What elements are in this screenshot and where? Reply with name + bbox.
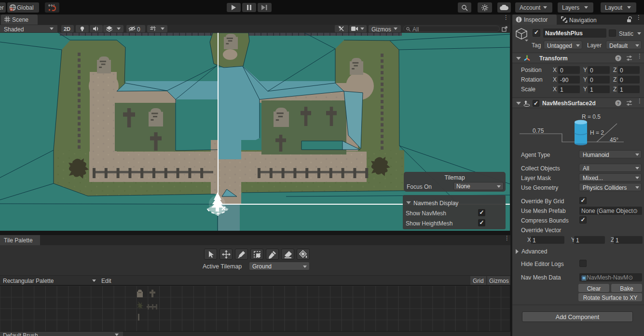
svg-text:R = 0.5: R = 0.5 [582,113,601,120]
svg-text:?: ? [617,101,620,106]
svg-text:H = 2: H = 2 [590,129,604,136]
svg-text:0.75: 0.75 [533,127,544,134]
svg-text:?: ? [617,56,620,61]
svg-text:45°: 45° [610,137,618,143]
